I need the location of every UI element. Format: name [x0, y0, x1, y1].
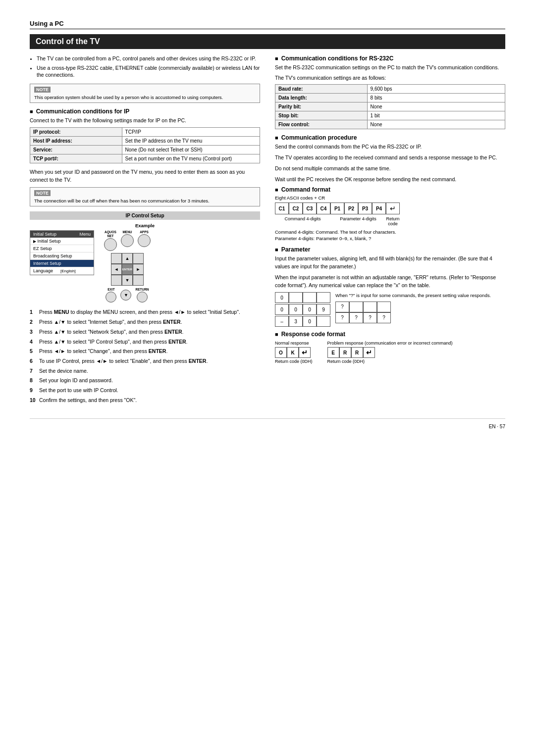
param-cell	[289, 292, 303, 303]
control-tv-header: Control of the TV	[30, 34, 505, 49]
err-cell-e: E	[327, 347, 339, 358]
menu-item-internet: Internet Setup	[30, 260, 94, 267]
return-btn[interactable]	[137, 292, 148, 302]
param-cell	[363, 302, 377, 312]
table-row: Service: None (Do not select Telnet or S…	[30, 146, 260, 154]
param-visual: 0 0 0 0 9 – 3 0	[275, 292, 505, 327]
menu-btn[interactable]	[121, 234, 134, 247]
dpad-empty-br	[133, 275, 144, 286]
parameter-title: Parameter	[275, 246, 505, 253]
return-code-ok-label: Return code (0DH)	[275, 359, 313, 364]
menu-item-language: Language [English]	[30, 267, 94, 275]
menu-item-broadcasting: Broadcasting Setup	[30, 252, 94, 260]
note-box-2: NOTE The connection will be cut off when…	[30, 187, 260, 206]
param-right-row-1: ?	[335, 302, 391, 312]
down-btn[interactable]: ▼	[120, 290, 131, 301]
rs232c-table: Baud rate: 9,600 bps Data length: 8 bits…	[275, 84, 505, 129]
rs232c-subtitle2: The TV's communication settings are as f…	[275, 74, 505, 82]
example-label: Example	[30, 223, 260, 228]
menu-diagram: Initial Setup Menu ▶ Initial Setup EZ Se…	[30, 230, 260, 303]
cmd-p2: P2	[344, 202, 358, 214]
cmd-c2: C2	[289, 202, 303, 214]
aquos-net-btn[interactable]	[104, 238, 117, 251]
ok-response: Normal response O K ↵ Return code (0DH)	[275, 341, 313, 364]
data-length-label: Data length:	[275, 94, 368, 102]
param-cell	[349, 302, 363, 312]
param-cell: 0	[289, 304, 303, 315]
cmd-label-param: Parameter 4-digits	[330, 216, 386, 226]
param-cell	[377, 302, 391, 312]
param-cell: 0	[275, 292, 289, 303]
param-cell: ?	[349, 312, 363, 323]
response-title: Response code format	[275, 331, 505, 338]
service-label: Service:	[30, 146, 122, 154]
dpad-down[interactable]: ▼	[122, 275, 133, 286]
param-row-2: 0 0 0 9	[275, 304, 330, 315]
using-pc-title: Using a PC	[30, 20, 505, 29]
step-6: 6 To use IP Control, press ◄/► to select…	[30, 357, 260, 365]
ok-cell-o: O	[275, 347, 287, 358]
exit-btn[interactable]	[106, 292, 116, 302]
dpad-left[interactable]: ◄	[111, 264, 122, 275]
cmd-c3: C3	[303, 202, 317, 214]
param-right-tables: ? ? ? ? ?	[335, 302, 391, 323]
param-cell: 0	[275, 304, 289, 315]
ip-protocol-label: IP protocol:	[30, 128, 122, 137]
param-cell: ?	[363, 312, 377, 323]
comm-proc-para1: Send the control commands from the PC vi…	[275, 143, 505, 151]
baud-rate-value: 9,600 bps	[367, 85, 505, 94]
host-ip-label: Host IP address:	[30, 137, 122, 146]
note-box-1: NOTE This operation system should be use…	[30, 84, 260, 103]
err-cell-r2: R	[351, 347, 363, 358]
dpad-up[interactable]: ▲	[122, 253, 133, 264]
cmd-note1: Command 4-digits: Command. The text of f…	[275, 229, 505, 235]
step-10: 10 Confirm the settings, and then press …	[30, 397, 260, 404]
tcp-port-label: TCP port#:	[30, 154, 122, 163]
using-pc-section: Using a PC	[30, 20, 505, 29]
step-8: 8 Set your login ID and password.	[30, 377, 260, 384]
dpad: ▲ ◄ ENTER ► ▼	[111, 253, 144, 286]
step-9: 9 Set the port to use with IP Control.	[30, 387, 260, 394]
table-row: TCP port#: Set a port number on the TV m…	[30, 154, 260, 163]
stop-bit-label: Stop bit:	[275, 111, 368, 120]
cmd-label-cmd: Command 4-digits	[275, 216, 330, 226]
param-cell: ?	[377, 312, 391, 323]
param-cell	[317, 292, 330, 303]
tcp-port-value: Set a port number on the TV menu (Contro…	[122, 154, 260, 163]
return-code-err-label: Return code (0DH)	[327, 359, 505, 364]
baud-rate-label: Baud rate:	[275, 85, 368, 94]
ok-cell-k: K	[287, 347, 299, 358]
param-cell: –	[275, 316, 289, 327]
ip-conditions-table: IP protocol: TCP/IP Host IP address: Set…	[30, 127, 260, 163]
data-length-value: 8 bits	[367, 94, 505, 102]
host-ip-value: Set the IP address on the TV menu	[122, 137, 260, 146]
dpad-right[interactable]: ►	[133, 264, 144, 275]
param-cell: 3	[289, 316, 303, 327]
err-cells: E R R ↵	[327, 347, 505, 358]
comm-conditions-ip-title: Communication conditions for IP	[30, 108, 260, 115]
cmd-label-ret: Return code	[386, 216, 400, 226]
exit-return-row: EXIT ▼ RETURN	[106, 288, 149, 302]
normal-response-label: Normal response	[275, 341, 309, 346]
cmd-c4: C4	[317, 202, 330, 214]
right-column: Communication conditions for RS-232C Set…	[275, 55, 505, 408]
apps-btn[interactable]	[138, 234, 151, 247]
comm-proc-para2: The TV operates according to the receive…	[275, 154, 505, 162]
bullet-1: The TV can be controlled from a PC, cont…	[37, 55, 260, 62]
param-cell: ?	[335, 312, 349, 323]
param-left-tables: 0 0 0 0 9 – 3 0	[275, 292, 330, 327]
dpad-enter[interactable]: ENTER	[122, 264, 133, 275]
stop-bit-value: 1 bit	[367, 111, 505, 120]
table-row: Host IP address: Set the IP address on t…	[30, 137, 260, 146]
param-cell: 0	[303, 304, 317, 315]
cmd-p4: P4	[372, 202, 386, 214]
param-right-section: When "?" is input for some commands, the…	[335, 292, 505, 323]
rs232c-subtitle1: Set the RS-232C communication settings o…	[275, 64, 505, 71]
bullet-2: Use a cross-type RS-232C cable, ETHERNET…	[37, 64, 260, 79]
rs232c-title: Communication conditions for RS-232C	[275, 55, 505, 62]
menu-item-ez: EZ Setup	[30, 245, 94, 252]
cmd-return: ↵	[386, 202, 400, 214]
note-label-1: NOTE	[34, 87, 51, 93]
err-cell-r1: R	[339, 347, 351, 358]
err-cell-return: ↵	[363, 347, 375, 358]
